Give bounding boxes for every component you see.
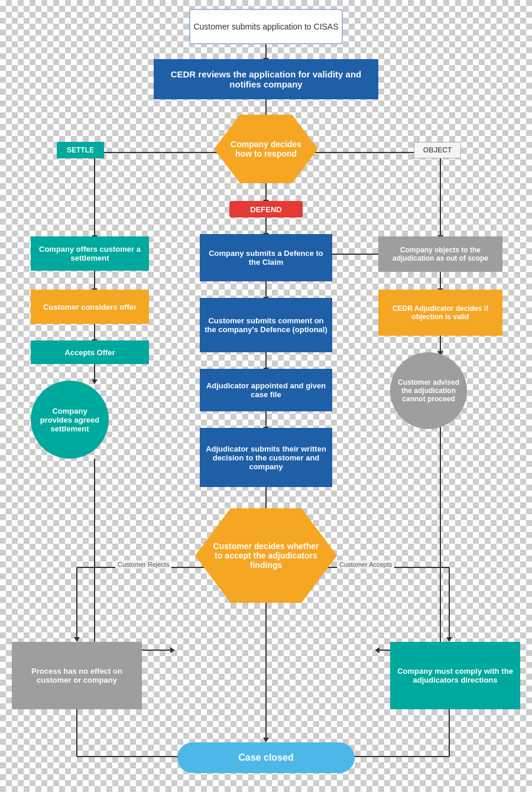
company-offers-node: Company offers customer a settlement [31,236,149,271]
accepts-offer-node: Accepts Offer [31,340,149,364]
company-must-comply-node: Company must comply with the adjudicator… [390,642,520,709]
svg-marker-37 [375,647,379,653]
company-provides-node: Company provides agreed settlement [31,381,109,459]
cedr-review-node: CEDR reviews the application for validit… [154,59,378,99]
customer-considers-node: Customer considers offer [31,290,149,324]
customer-accepts-label: Customer Accepts [337,560,394,569]
adjudicator-appointed-node: Adjudicator appointed and given case fil… [200,369,332,411]
svg-marker-24 [92,379,98,384]
company-submits-defence-node: Company submits a Defence to the Claim [200,234,332,281]
svg-marker-42 [74,637,80,642]
start-node: Customer submits application to CISAS [189,9,343,44]
customer-decides-node: Customer decides whether to accept the a… [195,508,337,603]
svg-marker-53 [263,738,269,742]
adjudicator-submits-node: Adjudicator submits their written decisi… [200,428,332,487]
flowchart: Customer submits application to CISAS CE… [0,0,532,792]
process-no-effect-node: Process has no effect on customer or com… [12,642,142,709]
case-closed-node: Case closed [177,742,355,773]
customer-advised-node: Customer advised the adjudication cannot… [390,352,467,429]
svg-marker-45 [446,637,452,642]
cedr-adjudicator-node: CEDR Adjudicator decides if objection is… [378,290,502,336]
settle-label: SETTLE [57,142,104,158]
defend-label: DEFEND [229,201,303,218]
company-objects-node: Company objects to the adjudication as o… [378,236,502,272]
customer-rejects-label: Customer Rejects [115,560,171,569]
customer-submits-comment-node: Customer submits comment on the company'… [200,298,332,352]
svg-marker-27 [170,647,175,653]
company-decides-node: Company decides how to respond [214,115,318,183]
object-label: OBJECT [414,142,461,158]
